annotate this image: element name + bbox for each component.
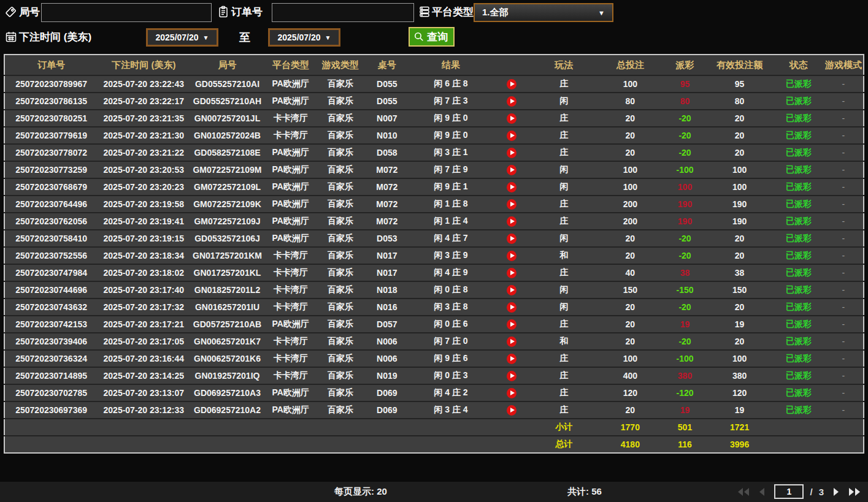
play-icon[interactable] — [507, 251, 517, 261]
order-no-cell: 250720230773259 — [4, 161, 98, 178]
status-cell: 已派彩 — [774, 213, 824, 230]
column-header: 游戏模式 — [824, 55, 864, 75]
column-header: 派彩 — [664, 55, 705, 75]
search-button[interactable]: 查询 — [409, 27, 455, 47]
table-no-cell: N006 — [364, 333, 410, 350]
game-type-cell: 百家乐 — [317, 144, 364, 161]
chevron-down-icon: ▼ — [203, 34, 209, 41]
pagination: / 3 — [737, 484, 861, 499]
order-no-input[interactable] — [272, 3, 414, 22]
play-icon[interactable] — [507, 234, 517, 244]
result-cell: 闲 0 庄 6 — [410, 316, 492, 333]
bet-time-cell: 2025-07-20 23:17:32 — [98, 299, 190, 316]
play-icon[interactable] — [507, 131, 517, 141]
game-type-cell: 百家乐 — [317, 384, 364, 401]
bet-type-cell: 闲 — [531, 161, 596, 178]
bet-time-cell: 2025-07-20 23:17:40 — [98, 281, 190, 299]
status-cell: 已派彩 — [774, 144, 824, 161]
date-from-picker[interactable]: 2025/07/20 ▼ — [146, 28, 218, 47]
page-number-input[interactable] — [774, 484, 804, 499]
payout-cell: 190 — [664, 196, 705, 213]
play-cell — [492, 196, 531, 213]
payout-cell: -100 — [664, 161, 705, 178]
result-cell: 闲 0 庄 8 — [410, 281, 492, 299]
table-no-cell: D058 — [364, 144, 410, 161]
round-no-cell: GM0722572109J — [190, 213, 264, 230]
play-icon[interactable] — [507, 96, 517, 107]
play-icon[interactable] — [507, 302, 517, 313]
play-icon[interactable] — [507, 268, 517, 278]
play-icon[interactable] — [507, 79, 517, 89]
total-bet-cell: 100 — [596, 350, 664, 367]
last-page-icon[interactable] — [848, 487, 861, 496]
payout-cell: 380 — [664, 367, 705, 384]
game-type-cell: 百家乐 — [317, 213, 364, 230]
play-icon[interactable] — [507, 216, 517, 227]
order-no-cell: 250720230778072 — [4, 144, 98, 161]
status-cell: 已派彩 — [774, 401, 824, 419]
platform-cell: 卡卡湾厅 — [265, 333, 317, 350]
play-icon[interactable] — [507, 388, 517, 398]
table-row: 2507202307436322025-07-20 23:17:32GN0162… — [4, 299, 864, 316]
table-row: 2507202307686792025-07-20 23:20:23GM0722… — [4, 178, 864, 196]
bet-time-cell: 2025-07-20 23:18:34 — [98, 247, 190, 264]
order-no-cell: 250720230768679 — [4, 178, 98, 196]
summary-payout-cell: 501 — [664, 419, 705, 436]
round-no-cell: GN018257201L2 — [190, 281, 264, 299]
order-no-cell: 250720230739406 — [4, 333, 98, 350]
summary-label-cell: 小计 — [531, 419, 596, 436]
game-mode-cell: - — [824, 401, 864, 419]
bet-type-cell: 庄 — [531, 367, 596, 384]
play-cell — [492, 384, 531, 401]
valid-bet-cell: 380 — [706, 367, 774, 384]
play-icon[interactable] — [507, 371, 517, 381]
bet-time-cell: 2025-07-20 23:19:41 — [98, 213, 190, 230]
footer-bar: 每页显示: 20 共计: 56 / 3 — [0, 482, 868, 502]
platform-cell: PA欧洲厅 — [265, 161, 317, 178]
status-cell: 已派彩 — [774, 333, 824, 350]
game-no-label: 局号 — [19, 3, 40, 21]
order-no-cell: 250720230736324 — [4, 350, 98, 367]
bet-time-cell: 2025-07-20 23:21:22 — [98, 144, 190, 161]
table-row: 2507202307148952025-07-20 23:14:25GN0192… — [4, 367, 864, 384]
bet-time-cell: 2025-07-20 23:22:43 — [98, 75, 190, 93]
play-icon[interactable] — [507, 354, 517, 364]
valid-bet-cell: 100 — [706, 350, 774, 367]
total-bet-cell: 40 — [596, 264, 664, 281]
next-page-icon[interactable] — [830, 487, 842, 496]
platform-cell: PA欧洲厅 — [265, 75, 317, 93]
platform-type-select[interactable]: 1.全部 ▼ — [474, 3, 613, 22]
bet-type-cell: 庄 — [531, 213, 596, 230]
result-cell: 闲 1 庄 4 — [410, 213, 492, 230]
page-size-text: 每页显示: 20 — [334, 486, 387, 498]
valid-bet-cell: 120 — [706, 384, 774, 401]
play-icon[interactable] — [507, 199, 517, 210]
table-row: 2507202307027852025-07-20 23:13:07GD0692… — [4, 384, 864, 401]
play-icon[interactable] — [507, 337, 517, 347]
order-no-cell: 250720230789967 — [4, 75, 98, 93]
round-no-cell: GD055257210AH — [190, 93, 264, 110]
game-mode-cell: - — [824, 281, 864, 299]
play-icon[interactable] — [507, 148, 517, 158]
search-icon — [413, 31, 424, 42]
play-icon[interactable] — [507, 319, 517, 330]
table-no-cell: D055 — [364, 75, 410, 93]
play-icon[interactable] — [507, 405, 517, 416]
table-row: 2507202307584102025-07-20 23:19:15GD0532… — [4, 230, 864, 247]
game-mode-cell: - — [824, 299, 864, 316]
play-cell — [492, 230, 531, 247]
play-icon[interactable] — [507, 182, 517, 192]
date-to-picker[interactable]: 2025/07/20 ▼ — [268, 28, 340, 47]
first-page-icon[interactable] — [737, 487, 750, 496]
prev-page-icon[interactable] — [756, 487, 768, 496]
order-no-cell: 250720230779619 — [4, 127, 98, 144]
result-cell: 闲 4 庄 7 — [410, 230, 492, 247]
summary-total-bet-cell: 4180 — [596, 436, 664, 453]
play-icon[interactable] — [507, 113, 517, 124]
play-icon[interactable] — [507, 165, 517, 175]
chevron-down-icon: ▼ — [325, 34, 331, 41]
result-cell: 闲 9 庄 0 — [410, 110, 492, 127]
play-icon[interactable] — [507, 285, 517, 295]
game-no-input[interactable] — [41, 3, 212, 22]
round-no-cell: GD069257210A3 — [190, 384, 264, 401]
